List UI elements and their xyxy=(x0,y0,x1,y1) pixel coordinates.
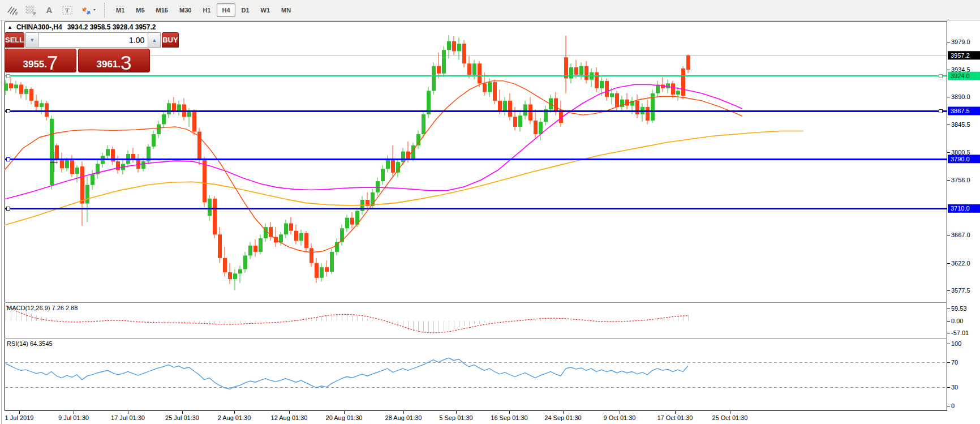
svg-text:0: 0 xyxy=(951,402,955,409)
svg-text:3577.5: 3577.5 xyxy=(951,287,970,294)
svg-text:3845.5: 3845.5 xyxy=(951,121,970,128)
svg-text:30: 30 xyxy=(951,384,958,391)
svg-text:9 Oct 01:30: 9 Oct 01:30 xyxy=(604,414,636,421)
volume-input[interactable] xyxy=(38,32,148,48)
ask-price-main: 3961 xyxy=(96,59,118,69)
volume-decrease-button[interactable]: ▼ xyxy=(25,32,38,48)
svg-text:3790.0: 3790.0 xyxy=(951,156,970,162)
one-click-trade-panel: SELL ▼ ▲ BUY 3955.7 3961.3 xyxy=(5,32,150,72)
svg-text:3924.0: 3924.0 xyxy=(951,72,970,79)
svg-text:17 Oct 01:30: 17 Oct 01:30 xyxy=(657,414,693,421)
svg-text:70: 70 xyxy=(951,359,958,366)
svg-text:5 Sep 01:30: 5 Sep 01:30 xyxy=(439,414,472,421)
svg-text:59.53: 59.53 xyxy=(951,305,967,312)
svg-text:17 Jul 01:30: 17 Jul 01:30 xyxy=(111,414,145,421)
chart-frame xyxy=(5,22,947,411)
volume-stepper: ▼ ▲ xyxy=(25,32,161,48)
svg-text:3867.5: 3867.5 xyxy=(951,108,970,114)
svg-text:25 Jul 01:30: 25 Jul 01:30 xyxy=(165,414,199,421)
svg-text:3710.0: 3710.0 xyxy=(951,205,970,212)
ohlc-values: 3934.2 3958.5 3928.4 3957.2 xyxy=(67,23,156,31)
svg-text:3979.0: 3979.0 xyxy=(951,38,970,45)
svg-text:3890.0: 3890.0 xyxy=(951,93,970,100)
svg-text:3957.2: 3957.2 xyxy=(951,52,970,59)
macd-indicator-label: MACD(12,26,9) 7.26 2.88 xyxy=(7,305,78,311)
volume-increase-button[interactable]: ▲ xyxy=(148,32,161,48)
ask-price-box[interactable]: 3961.3 xyxy=(78,49,150,72)
bid-price-main: 3955 xyxy=(23,59,44,69)
svg-text:3756.0: 3756.0 xyxy=(951,177,970,183)
bid-price-big-digit: 7 xyxy=(47,55,58,71)
svg-text:24 Sep 01:30: 24 Sep 01:30 xyxy=(544,414,581,421)
price-axis: 3979.03957.23934.53924.03890.03867.53845… xyxy=(947,38,980,409)
bid-price-box[interactable]: 3955.7 xyxy=(5,49,76,72)
svg-text:-57.01: -57.01 xyxy=(951,329,969,336)
svg-text:1 Jul 2019: 1 Jul 2019 xyxy=(5,414,34,421)
buy-button[interactable]: BUY xyxy=(162,32,178,48)
ask-price-big-digit: 3 xyxy=(121,55,131,71)
svg-text:9 Jul 01:30: 9 Jul 01:30 xyxy=(58,414,89,421)
collapse-arrow-icon[interactable]: ▲ xyxy=(7,24,12,30)
svg-text:0.00: 0.00 xyxy=(951,318,963,324)
svg-text:20 Aug 01:30: 20 Aug 01:30 xyxy=(326,414,363,421)
sell-button[interactable]: SELL xyxy=(5,32,24,48)
svg-text:25 Oct 01:30: 25 Oct 01:30 xyxy=(712,414,748,421)
trading-terminal: { "toolbar": { "icons": [ {"name":"indic… xyxy=(0,0,980,424)
svg-text:2 Aug 01:30: 2 Aug 01:30 xyxy=(218,414,251,421)
rsi-indicator-label: RSI(14) 64.3545 xyxy=(7,340,53,347)
svg-text:12 Aug 01:30: 12 Aug 01:30 xyxy=(271,414,308,421)
svg-text:100: 100 xyxy=(951,340,961,347)
svg-text:16 Sep 01:30: 16 Sep 01:30 xyxy=(491,414,527,421)
svg-text:3667.0: 3667.0 xyxy=(951,232,970,238)
chart-title-bar: ▲ CHINA300-,H4 3934.2 3958.5 3928.4 3957… xyxy=(7,23,156,31)
svg-text:28 Aug 01:30: 28 Aug 01:30 xyxy=(385,414,422,421)
time-axis: 1 Jul 20199 Jul 01:3017 Jul 01:3025 Jul … xyxy=(5,411,748,421)
svg-text:3622.0: 3622.0 xyxy=(951,260,970,267)
symbol-period-label: CHINA300-,H4 xyxy=(16,23,62,31)
